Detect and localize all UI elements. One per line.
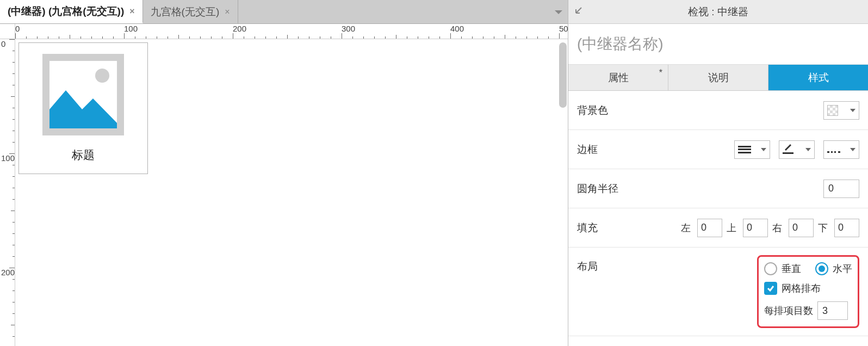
collapse-icon[interactable] [574,5,584,17]
label-border: 边框 [577,143,642,157]
widget-title-label: 标题 [72,147,95,163]
label-items-per-row: 每排项目数 [764,304,813,317]
label-grid: 网格排布 [782,282,821,295]
line-weight-icon [738,146,751,153]
tab-grid[interactable]: 九宫格(无交互) × [143,0,238,23]
label-padding-bottom: 下 [818,221,828,234]
items-per-row-input[interactable] [817,301,848,320]
chevron-down-icon [805,148,811,151]
checkbox-grid[interactable] [764,282,777,295]
svg-marker-1 [49,90,117,128]
inspector-header: 检视 : 中继器 [568,0,868,24]
ruler-corner [0,24,15,39]
radio-vertical[interactable] [764,262,777,275]
row-radius: 圆角半径 [568,169,868,208]
padding-left-input[interactable] [697,219,722,237]
document-tabs: (中继器) (九宫格(无交互)) × 九宫格(无交互) × [0,0,568,24]
inspector-tabs: 属性 * 说明 样式 [568,65,868,91]
tab-label: 属性 [608,71,629,85]
padding-bottom-input[interactable] [834,219,859,237]
label-radius: 圆角半径 [577,182,642,196]
label-padding-right: 右 [772,221,782,234]
vertical-scrollbar[interactable] [559,42,567,108]
canvas[interactable]: 标题 [15,39,568,346]
label-padding-top: 上 [727,221,736,234]
row-layout: 布局 垂直 水平 网格排布 每排项目数 [568,248,868,336]
border-width-dropdown[interactable] [734,140,770,159]
tab-repeater-grid[interactable]: (中继器) (九宫格(无交互)) × [0,0,143,23]
tab-label: 说明 [708,71,729,85]
chevron-down-icon [850,148,855,151]
background-color-dropdown[interactable] [823,101,859,120]
editor-area: (中继器) (九宫格(无交互)) × 九宫格(无交互) × 0100200300… [0,0,568,346]
label-horizontal: 水平 [833,262,852,275]
tab-label: 样式 [808,71,829,85]
row-background: 背景色 [568,91,868,130]
image-placeholder[interactable] [42,54,124,135]
chevron-down-icon [761,148,766,151]
label-padding: 填充 [577,221,642,235]
label-layout: 布局 [577,255,642,274]
label-background: 背景色 [577,103,642,118]
horizontal-ruler: 0100200300400500 [15,24,568,39]
radio-horizontal[interactable] [815,262,828,275]
row-border: 边框 [568,130,868,169]
border-color-dropdown[interactable] [779,140,815,159]
close-icon[interactable]: × [225,7,230,17]
tabs-overflow-dropdown[interactable] [554,0,563,23]
color-swatch-icon [827,105,838,116]
chevron-down-icon [850,109,855,112]
dashed-line-icon [827,146,840,153]
padding-top-input[interactable] [743,219,768,237]
label-padding-left: 左 [681,221,691,234]
close-icon[interactable]: × [129,7,134,16]
label-vertical: 垂直 [782,262,801,275]
layout-highlight-box: 垂直 水平 网格排布 每排项目数 [757,255,859,328]
border-style-dropdown[interactable] [823,140,859,159]
dirty-marker: * [659,68,662,78]
svg-marker-0 [555,10,562,14]
row-padding: 填充 左 上 右 下 [568,208,868,248]
svg-marker-2 [785,144,791,151]
tab-label: (中继器) (九宫格(无交互)) [8,4,124,18]
tab-label: 九宫格(无交互) [151,5,220,19]
tab-style[interactable]: 样式 [768,65,868,90]
pen-icon [783,145,793,154]
inspector-panel: 检视 : 中继器 (中继器名称) 属性 * 说明 样式 背景色 边框 [568,0,868,346]
inspector-title: 检视 : 中继器 [568,5,868,19]
tab-notes[interactable]: 说明 [668,65,768,90]
radius-input[interactable] [823,180,859,198]
tab-properties[interactable]: 属性 * [568,65,668,90]
repeater-widget[interactable]: 标题 [18,42,148,174]
placeholder-mountain-icon [49,79,117,128]
element-name-field[interactable]: (中继器名称) [568,24,868,65]
vertical-ruler: 0100200 [0,39,15,346]
padding-right-input[interactable] [789,219,814,237]
